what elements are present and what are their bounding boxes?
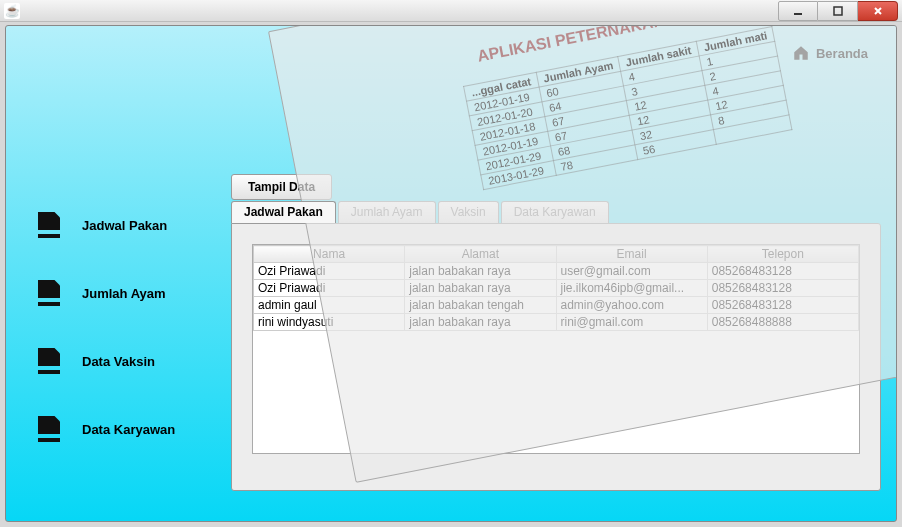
file-icon: [36, 416, 66, 442]
col-email[interactable]: Email: [556, 246, 707, 263]
tab-strip: Jadwal Pakan Jumlah Ayam Vaksin Data Kar…: [231, 201, 881, 223]
close-button[interactable]: [858, 1, 898, 21]
col-alamat[interactable]: Alamat: [405, 246, 556, 263]
table-row[interactable]: rini windyasutijalan babakan rayarini@gm…: [254, 314, 859, 331]
sidebar-item-label: Data Vaksin: [82, 354, 155, 369]
sidebar-item-data-karyawan[interactable]: Data Karyawan: [30, 410, 210, 448]
table-cell[interactable]: 085268483128: [707, 297, 858, 314]
tab-data-karyawan[interactable]: Data Karyawan: [501, 201, 609, 223]
tampil-data-button[interactable]: Tampil Data: [231, 174, 332, 200]
tab-jumlah-ayam[interactable]: Jumlah Ayam: [338, 201, 436, 223]
ghost-table: ...ggal catatJumlah AyamJumlah sakitJuml…: [463, 26, 793, 190]
table-cell[interactable]: admin gaul: [254, 297, 405, 314]
table-row[interactable]: Ozi Priawadijalan babakan rayajie.ilkom4…: [254, 280, 859, 297]
file-icon: [36, 280, 66, 306]
home-link[interactable]: Beranda: [792, 44, 868, 62]
table-cell[interactable]: rini@gmail.com: [556, 314, 707, 331]
svg-rect-1: [834, 7, 842, 15]
tab-vaksin[interactable]: Vaksin: [438, 201, 499, 223]
sidebar-item-data-vaksin[interactable]: Data Vaksin: [30, 342, 210, 380]
table-cell[interactable]: Ozi Priawadi: [254, 263, 405, 280]
minimize-button[interactable]: [778, 1, 818, 21]
tab-body: Nama Alamat Email Telepon Ozi Priawadija…: [231, 223, 881, 491]
table-row[interactable]: Ozi Priawadijalan babakan rayauser@gmail…: [254, 263, 859, 280]
sidebar-item-jadwal-pakan[interactable]: Jadwal Pakan: [30, 206, 210, 244]
home-icon: [792, 44, 810, 62]
table-cell[interactable]: Ozi Priawadi: [254, 280, 405, 297]
titlebar: ☕: [0, 0, 902, 22]
table-cell[interactable]: jalan babakan raya: [405, 280, 556, 297]
table-cell[interactable]: user@gmail.com: [556, 263, 707, 280]
table-cell[interactable]: jie.ilkom46ipb@gmail...: [556, 280, 707, 297]
table-cell[interactable]: admin@yahoo.com: [556, 297, 707, 314]
table-cell[interactable]: 085268483128: [707, 263, 858, 280]
sidebar: Jadwal Pakan Jumlah Ayam Data Vaksin Dat…: [30, 206, 210, 448]
file-icon: [36, 212, 66, 238]
tab-panel: Jadwal Pakan Jumlah Ayam Vaksin Data Kar…: [231, 201, 881, 491]
sidebar-item-jumlah-ayam[interactable]: Jumlah Ayam: [30, 274, 210, 312]
sidebar-item-label: Data Karyawan: [82, 422, 175, 437]
table-cell[interactable]: jalan babakan tengah: [405, 297, 556, 314]
col-nama[interactable]: Nama: [254, 246, 405, 263]
window-controls: [778, 1, 898, 21]
maximize-button[interactable]: [818, 1, 858, 21]
file-icon: [36, 348, 66, 374]
app-frame: Beranda Jadwal Pakan Jumlah Ayam Data Va…: [5, 25, 897, 522]
tab-jadwal-pakan[interactable]: Jadwal Pakan: [231, 201, 336, 223]
table-cell[interactable]: 085268488888: [707, 314, 858, 331]
java-icon: ☕: [4, 3, 20, 19]
data-table[interactable]: Nama Alamat Email Telepon Ozi Priawadija…: [252, 244, 860, 454]
sidebar-item-label: Jumlah Ayam: [82, 286, 166, 301]
table-cell[interactable]: jalan babakan raya: [405, 263, 556, 280]
table-cell[interactable]: rini windyasuti: [254, 314, 405, 331]
table-cell[interactable]: 085268483128: [707, 280, 858, 297]
table-cell[interactable]: jalan babakan raya: [405, 314, 556, 331]
col-telepon[interactable]: Telepon: [707, 246, 858, 263]
svg-rect-0: [794, 13, 802, 15]
home-label: Beranda: [816, 46, 868, 61]
sidebar-item-label: Jadwal Pakan: [82, 218, 167, 233]
table-header-row: Nama Alamat Email Telepon: [254, 246, 859, 263]
table-row[interactable]: admin gauljalan babakan tengahadmin@yaho…: [254, 297, 859, 314]
